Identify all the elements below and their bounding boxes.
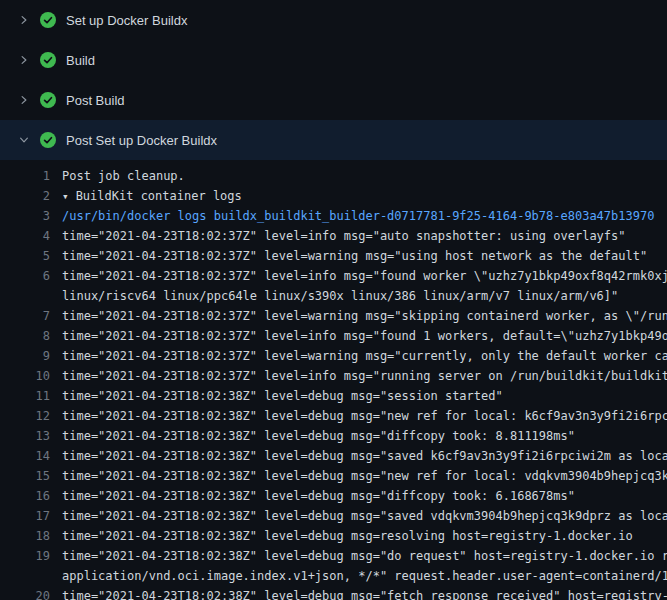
log-line-text-value: Post job cleanup.: [62, 169, 185, 183]
log-line-number[interactable]: 9: [0, 346, 50, 366]
log-line-text: Post job cleanup.: [62, 166, 667, 186]
log-line-number[interactable]: 18: [0, 526, 50, 546]
log-row-wrap: application/vnd.oci.image.index.v1+json,…: [0, 566, 667, 586]
log-line-text: time="2021-04-23T18:02:37Z" level=warnin…: [62, 306, 667, 326]
log-line-number: [0, 566, 50, 586]
log-line-text-value: time="2021-04-23T18:02:37Z" level=info m…: [62, 329, 667, 343]
step-label: Post Set up Docker Buildx: [66, 133, 217, 148]
step-header-set-up-docker-buildx[interactable]: Set up Docker Buildx: [0, 0, 667, 40]
log-line-text-value: time="2021-04-23T18:02:37Z" level=info m…: [62, 269, 667, 283]
log-line-text-value: time="2021-04-23T18:02:37Z" level=warnin…: [62, 249, 647, 263]
success-check-icon: [40, 132, 56, 148]
log-line-text-value: time="2021-04-23T18:02:38Z" level=debug …: [62, 429, 575, 443]
log-line-text: time="2021-04-23T18:02:37Z" level=info m…: [62, 366, 667, 386]
log-line-number[interactable]: 16: [0, 486, 50, 506]
log-row: 1Post job cleanup.: [0, 166, 667, 186]
log-line-text: time="2021-04-23T18:02:38Z" level=debug …: [62, 526, 667, 546]
log-line-text: time="2021-04-23T18:02:37Z" level=info m…: [62, 226, 667, 246]
chevron-right-icon: [16, 92, 32, 108]
log-line-number[interactable]: 1: [0, 166, 50, 186]
log-row: 13time="2021-04-23T18:02:38Z" level=debu…: [0, 426, 667, 446]
log-line-number[interactable]: 4: [0, 226, 50, 246]
log-line-number[interactable]: 5: [0, 246, 50, 266]
success-check-icon: [40, 52, 56, 68]
step-header-build[interactable]: Build: [0, 40, 667, 80]
success-check-icon: [40, 12, 56, 28]
log-line-text-value: time="2021-04-23T18:02:38Z" level=debug …: [62, 529, 633, 543]
log-line-text-value: time="2021-04-23T18:02:38Z" level=debug …: [62, 509, 667, 523]
log-line-text: time="2021-04-23T18:02:38Z" level=debug …: [62, 506, 667, 526]
log-line-text: time="2021-04-23T18:02:38Z" level=debug …: [62, 586, 667, 600]
log-row-wrap: linux/riscv64 linux/ppc64le linux/s390x …: [0, 286, 667, 306]
log-row: 16time="2021-04-23T18:02:38Z" level=debu…: [0, 486, 667, 506]
log-line-text-value: time="2021-04-23T18:02:37Z" level=warnin…: [62, 349, 667, 363]
group-toggle-icon[interactable]: ▾: [62, 190, 69, 203]
log-line-text: time="2021-04-23T18:02:37Z" level=warnin…: [62, 246, 667, 266]
log-line-number[interactable]: 15: [0, 466, 50, 486]
log-line-text-value: time="2021-04-23T18:02:38Z" level=debug …: [62, 469, 667, 483]
workflow-log-viewer: Set up Docker BuildxBuildPost BuildPost …: [0, 0, 667, 600]
log-line-number[interactable]: 2: [0, 186, 50, 206]
log-line-text-value: time="2021-04-23T18:02:38Z" level=debug …: [62, 449, 667, 463]
log-line-text: time="2021-04-23T18:02:38Z" level=debug …: [62, 546, 667, 566]
log-row: 14time="2021-04-23T18:02:38Z" level=debu…: [0, 446, 667, 466]
log-line-text: time="2021-04-23T18:02:37Z" level=warnin…: [62, 346, 667, 366]
log-line-text: time="2021-04-23T18:02:38Z" level=debug …: [62, 466, 667, 486]
log-row: 9time="2021-04-23T18:02:37Z" level=warni…: [0, 346, 667, 366]
log-line-text: /usr/bin/docker logs buildx_buildkit_bui…: [62, 206, 667, 226]
log-line-text-value: time="2021-04-23T18:02:38Z" level=debug …: [62, 409, 667, 423]
log-line-text: time="2021-04-23T18:02:38Z" level=debug …: [62, 386, 667, 406]
log-row: 18time="2021-04-23T18:02:38Z" level=debu…: [0, 526, 667, 546]
step-header-post-build[interactable]: Post Build: [0, 80, 667, 120]
log-row: 3/usr/bin/docker logs buildx_buildkit_bu…: [0, 206, 667, 226]
log-line-text-value: /usr/bin/docker logs buildx_buildkit_bui…: [62, 209, 654, 223]
log-line-number[interactable]: 6: [0, 266, 50, 286]
log-line-text: time="2021-04-23T18:02:38Z" level=debug …: [62, 486, 667, 506]
log-row: 8time="2021-04-23T18:02:37Z" level=info …: [0, 326, 667, 346]
log-line-number: [0, 286, 50, 306]
log-row: 19time="2021-04-23T18:02:38Z" level=debu…: [0, 546, 667, 566]
log-row: 4time="2021-04-23T18:02:37Z" level=info …: [0, 226, 667, 246]
log-line-text-value: time="2021-04-23T18:02:38Z" level=debug …: [62, 489, 575, 503]
log-row: 12time="2021-04-23T18:02:38Z" level=debu…: [0, 406, 667, 426]
log-line-text: linux/riscv64 linux/ppc64le linux/s390x …: [62, 286, 667, 306]
log-line-text-value: application/vnd.oci.image.index.v1+json,…: [62, 569, 667, 583]
log-line-number[interactable]: 19: [0, 546, 50, 566]
log-line-text-value: time="2021-04-23T18:02:37Z" level=warnin…: [62, 309, 667, 323]
log-line-number[interactable]: 3: [0, 206, 50, 226]
log-row: 17time="2021-04-23T18:02:38Z" level=debu…: [0, 506, 667, 526]
log-row: 5time="2021-04-23T18:02:37Z" level=warni…: [0, 246, 667, 266]
log-line-number[interactable]: 12: [0, 406, 50, 426]
step-label: Set up Docker Buildx: [66, 13, 187, 28]
log-row: 20time="2021-04-23T18:02:38Z" level=debu…: [0, 586, 667, 600]
log-line-number[interactable]: 14: [0, 446, 50, 466]
log-line-text: application/vnd.oci.image.index.v1+json,…: [62, 566, 667, 586]
log-line-number[interactable]: 8: [0, 326, 50, 346]
log-row: 6time="2021-04-23T18:02:37Z" level=info …: [0, 266, 667, 286]
step-label: Build: [66, 53, 95, 68]
log-line-text: time="2021-04-23T18:02:37Z" level=info m…: [62, 266, 667, 286]
step-label: Post Build: [66, 93, 125, 108]
chevron-right-icon: [16, 52, 32, 68]
log-line-number[interactable]: 20: [0, 586, 50, 600]
log-line-number[interactable]: 11: [0, 386, 50, 406]
log-line-text: time="2021-04-23T18:02:37Z" level=info m…: [62, 326, 667, 346]
log-row: 15time="2021-04-23T18:02:38Z" level=debu…: [0, 466, 667, 486]
log-row: 2▾BuildKit container logs: [0, 186, 667, 206]
chevron-down-icon: [16, 132, 32, 148]
log-line-number[interactable]: 7: [0, 306, 50, 326]
log-line-number[interactable]: 17: [0, 506, 50, 526]
log-line-text: ▾BuildKit container logs: [62, 186, 667, 206]
log-line-number[interactable]: 13: [0, 426, 50, 446]
step-header-post-set-up-docker-buildx[interactable]: Post Set up Docker Buildx: [0, 120, 667, 160]
log-line-number[interactable]: 10: [0, 366, 50, 386]
log-line-text-value: linux/riscv64 linux/ppc64le linux/s390x …: [62, 289, 618, 303]
success-check-icon: [40, 92, 56, 108]
log-line-text: time="2021-04-23T18:02:38Z" level=debug …: [62, 426, 667, 446]
steps-list: Set up Docker BuildxBuildPost BuildPost …: [0, 0, 667, 160]
log-line-text-value: time="2021-04-23T18:02:38Z" level=debug …: [62, 549, 667, 563]
log-line-text-value: time="2021-04-23T18:02:37Z" level=info m…: [62, 229, 626, 243]
log-line-text-value: time="2021-04-23T18:02:38Z" level=debug …: [62, 389, 503, 403]
log-row: 10time="2021-04-23T18:02:37Z" level=info…: [0, 366, 667, 386]
log-line-text-value: time="2021-04-23T18:02:37Z" level=info m…: [62, 369, 667, 383]
